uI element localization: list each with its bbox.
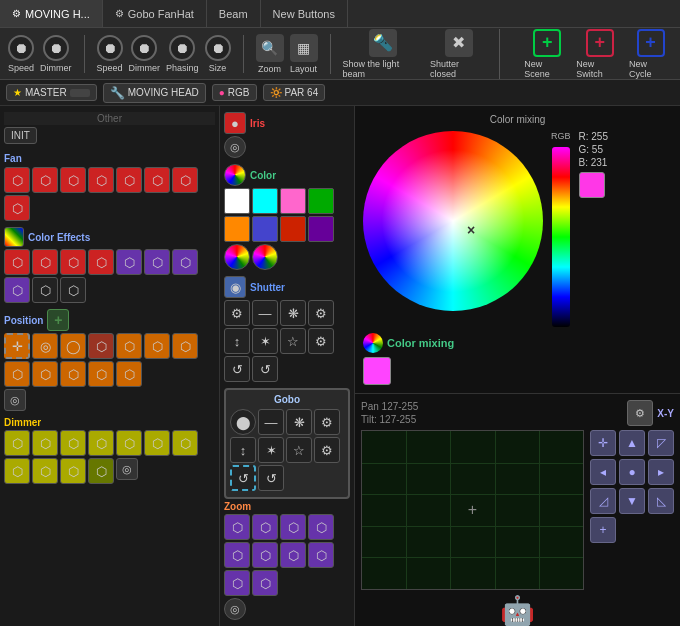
fan-icon-1[interactable]: ⬡: [4, 167, 30, 193]
sh-icon-7[interactable]: ☆: [280, 328, 306, 354]
xy-btn-down[interactable]: ▼: [619, 488, 645, 514]
fan-icon-3[interactable]: ⬡: [60, 167, 86, 193]
tab-gobo-fanhat[interactable]: ⚙ Gobo FanHat: [103, 0, 207, 27]
sh-icon-6[interactable]: ✶: [252, 328, 278, 354]
position-label[interactable]: Position: [4, 314, 43, 327]
iris-knob[interactable]: ◎: [224, 136, 246, 158]
sh-icon-10[interactable]: ↺: [252, 356, 278, 382]
dimmer-btn-1[interactable]: ⏺ Dimmer: [40, 35, 72, 73]
pos-icon-9[interactable]: ⬡: [32, 361, 58, 387]
pos-icon-10[interactable]: ⬡: [60, 361, 86, 387]
fan-label[interactable]: Fan: [4, 152, 22, 165]
dim-icon-10[interactable]: ⬡: [60, 458, 86, 484]
color-red[interactable]: [280, 216, 306, 242]
dim-icon-2[interactable]: ⬡: [32, 430, 58, 456]
ce-icon-3[interactable]: ⬡: [60, 249, 86, 275]
moving-head-status[interactable]: 🔧 MOVING HEAD: [103, 83, 206, 103]
dimmer-btn-2[interactable]: ⏺ Dimmer: [129, 35, 161, 73]
dim-icon-5[interactable]: ⬡: [116, 430, 142, 456]
dim-icon-3[interactable]: ⬡: [60, 430, 86, 456]
color-section-label[interactable]: Color: [250, 170, 276, 181]
pos-icon-6[interactable]: ⬡: [144, 333, 170, 359]
xy-btn-extra[interactable]: +: [590, 517, 616, 543]
fan-icon-5[interactable]: ⬡: [116, 167, 142, 193]
pos-icon-7[interactable]: ⬡: [172, 333, 198, 359]
zoom-icon-4[interactable]: ⬡: [308, 514, 334, 540]
gobo-p-icon-7[interactable]: ☆: [286, 437, 312, 463]
ce-icon-2[interactable]: ⬡: [32, 249, 58, 275]
sh-icon-4[interactable]: ⚙: [308, 300, 334, 326]
gobo-p-icon-8[interactable]: ⚙: [314, 437, 340, 463]
ce-icon-6[interactable]: ⬡: [144, 249, 170, 275]
color-rainbow-2[interactable]: [252, 244, 278, 270]
fan-icon-8[interactable]: ⬡: [4, 195, 30, 221]
sh-icon-9[interactable]: ↺: [224, 356, 250, 382]
ce-icon-10[interactable]: ⬡: [60, 277, 86, 303]
new-scene-btn[interactable]: + New Scene: [524, 29, 570, 79]
fan-icon-6[interactable]: ⬡: [144, 167, 170, 193]
pos-icon-2[interactable]: ◎: [32, 333, 58, 359]
iris-icon[interactable]: ●: [224, 112, 246, 134]
pos-icon-4[interactable]: ⬡: [88, 333, 114, 359]
dim-icon-11[interactable]: ⬡: [88, 458, 114, 484]
speed-btn-2[interactable]: ⏺ Speed: [97, 35, 123, 73]
color-orange[interactable]: [224, 216, 250, 242]
gobo-p-icon-5[interactable]: ↕: [230, 437, 256, 463]
dimmer-section-label[interactable]: Dimmer: [4, 417, 41, 428]
zoom-label[interactable]: Zoom: [224, 501, 251, 512]
color-pink[interactable]: [280, 188, 306, 214]
ce-icon-1[interactable]: ⬡: [4, 249, 30, 275]
gobo-p-icon-3[interactable]: ❋: [286, 409, 312, 435]
sh-icon-8[interactable]: ⚙: [308, 328, 334, 354]
speed-btn-1[interactable]: ⏺ Speed: [8, 35, 34, 73]
position-add-btn[interactable]: +: [47, 309, 69, 331]
gobo-p-icon-10[interactable]: ↺: [258, 465, 284, 491]
par64-status[interactable]: 🔆 PAR 64: [263, 84, 326, 101]
dim-icon-9[interactable]: ⬡: [32, 458, 58, 484]
xy-btn-up[interactable]: ▲: [619, 430, 645, 456]
color-mixing-swatch[interactable]: [363, 357, 391, 385]
layout-btn[interactable]: ▦ Layout: [290, 34, 318, 74]
ce-icon-9[interactable]: ⬡: [32, 277, 58, 303]
color-effects-label[interactable]: Color Effects: [28, 231, 90, 244]
shutter-label[interactable]: Shutter: [250, 282, 285, 293]
zoom-toolbar-btn[interactable]: 🔍 Zoom: [256, 34, 284, 74]
pos-icon-1[interactable]: ✛: [4, 333, 30, 359]
dim-icon-8[interactable]: ⬡: [4, 458, 30, 484]
color-wheel[interactable]: ×: [363, 131, 543, 311]
zoom-icon-1[interactable]: ⬡: [224, 514, 250, 540]
master-status[interactable]: ★ MASTER: [6, 84, 97, 101]
fan-icon-7[interactable]: ⬡: [172, 167, 198, 193]
color-white[interactable]: [224, 188, 250, 214]
sh-icon-5[interactable]: ↕: [224, 328, 250, 354]
pos-icon-12[interactable]: ⬡: [116, 361, 142, 387]
dim-icon-1[interactable]: ⬡: [4, 430, 30, 456]
dim-icon-6[interactable]: ⬡: [144, 430, 170, 456]
color-blue[interactable]: [252, 216, 278, 242]
dim-icon-7[interactable]: ⬡: [172, 430, 198, 456]
show-light-beam-btn[interactable]: 🔦 Show the light beam: [343, 29, 424, 79]
zoom-icon-9[interactable]: ⬡: [224, 570, 250, 596]
pos-icon-11[interactable]: ⬡: [88, 361, 114, 387]
dim-small-1[interactable]: ◎: [116, 458, 138, 480]
color-green[interactable]: [308, 188, 334, 214]
size-btn[interactable]: ⏺ Size: [205, 35, 231, 73]
ce-icon-5[interactable]: ⬡: [116, 249, 142, 275]
color-mixing-text[interactable]: Color mixing: [387, 337, 454, 349]
color-purple[interactable]: [308, 216, 334, 242]
pos-icon-8[interactable]: ⬡: [4, 361, 30, 387]
color-wheel-wrapper[interactable]: ×: [363, 131, 543, 311]
sh-icon-3[interactable]: ❋: [280, 300, 306, 326]
zoom-icon-5[interactable]: ⬡: [224, 542, 250, 568]
xy-btn-tr[interactable]: ◸: [648, 430, 674, 456]
tab-moving-head[interactable]: ⚙ MOVING H...: [0, 0, 103, 27]
zoom-icon-3[interactable]: ⬡: [280, 514, 306, 540]
new-cycle-btn[interactable]: + New Cycle: [629, 29, 672, 79]
dim-icon-4[interactable]: ⬡: [88, 430, 114, 456]
zoom-icon-7[interactable]: ⬡: [280, 542, 306, 568]
zoom-knob[interactable]: ◎: [224, 598, 246, 620]
gobo-p-icon-6[interactable]: ✶: [258, 437, 284, 463]
xy-btn-cross[interactable]: ✛: [590, 430, 616, 456]
sh-icon-2[interactable]: —: [252, 300, 278, 326]
color-rainbow[interactable]: [224, 244, 250, 270]
